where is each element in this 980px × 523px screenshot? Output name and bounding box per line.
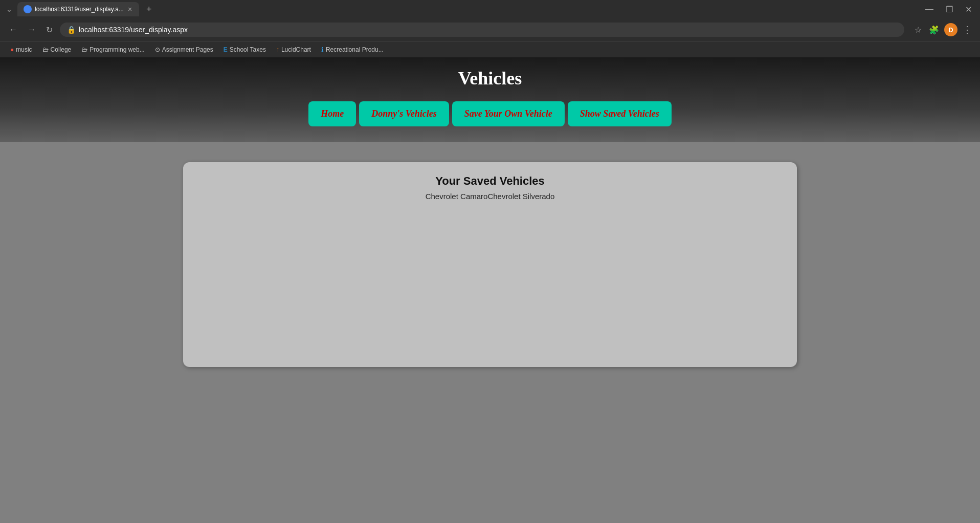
active-tab[interactable]: localhost:63319/user_display.a... × — [17, 2, 139, 16]
forward-button[interactable]: → — [25, 23, 39, 36]
donnys-vehicles-nav-button[interactable]: Donny's Vehicles — [359, 101, 449, 126]
bookmark-college[interactable]: 🗁 College — [38, 45, 76, 55]
assignment-pages-icon: ⊙ — [155, 46, 160, 53]
tab-favicon — [24, 5, 32, 13]
lock-icon: 🔒 — [67, 26, 76, 34]
music-icon: ● — [10, 46, 14, 53]
recreational-produ-icon: ℹ — [321, 46, 324, 53]
new-tab-button[interactable]: + — [143, 3, 155, 16]
lucidchart-icon: ↑ — [276, 46, 279, 53]
back-button[interactable]: ← — [6, 23, 20, 36]
bookmark-recreational-produ[interactable]: ℹ Recreational Produ... — [317, 45, 388, 55]
close-window-button[interactable]: ✕ — [961, 4, 976, 15]
programming-web-icon: 🗁 — [81, 46, 87, 53]
bookmarks-bar: ● music 🗁 College 🗁 Programming web... ⊙… — [0, 41, 980, 57]
address-text: localhost:63319/user_display.aspx — [79, 26, 897, 34]
menu-button[interactable]: ⋮ — [961, 22, 974, 37]
page-header: Vehicles Home Donny's Vehicles Save Your… — [0, 57, 980, 142]
nav-buttons: Home Donny's Vehicles Save Your Own Vehi… — [308, 101, 672, 126]
extensions-button[interactable]: 🧩 — [927, 23, 941, 37]
address-bar[interactable]: 🔒 localhost:63319/user_display.aspx — [60, 23, 904, 37]
bookmark-recreational-produ-label: Recreational Produ... — [326, 46, 384, 53]
page-content-wrapper: Vehicles Home Donny's Vehicles Save Your… — [0, 57, 980, 508]
saved-vehicles-card: Your Saved Vehicles Chevrolet CamaroChev… — [183, 162, 797, 367]
school-taxes-icon: E — [224, 46, 228, 53]
bookmark-school-taxes[interactable]: E School Taxes — [219, 45, 270, 55]
address-bar-row: ← → ↻ 🔒 localhost:63319/user_display.asp… — [0, 18, 980, 41]
restore-button[interactable]: ❐ — [942, 4, 957, 15]
show-saved-vehicles-nav-button[interactable]: Show Saved Vehicles — [568, 101, 672, 126]
bookmark-programming-web[interactable]: 🗁 Programming web... — [77, 45, 148, 55]
minimize-button[interactable]: — — [921, 4, 938, 15]
home-nav-button[interactable]: Home — [308, 101, 356, 126]
bookmark-assignment-pages-label: Assignment Pages — [162, 46, 213, 53]
saved-vehicles-title: Your Saved Vehicles — [195, 175, 785, 188]
bookmark-lucidchart[interactable]: ↑ LucidChart — [272, 45, 315, 55]
browser-titlebar: ⌄ localhost:63319/user_display.a... × + … — [0, 0, 980, 18]
body-area: Your Saved Vehicles Chevrolet CamaroChev… — [0, 142, 980, 508]
star-button[interactable]: ☆ — [912, 23, 924, 37]
bookmark-lucidchart-label: LucidChart — [281, 46, 311, 53]
college-icon: 🗁 — [42, 46, 49, 53]
tab-title: localhost:63319/user_display.a... — [35, 6, 124, 13]
bookmark-music-label: music — [16, 46, 32, 53]
toolbar-icons: ☆ 🧩 D ⋮ — [912, 22, 974, 37]
page-title: Vehicles — [458, 68, 522, 89]
bookmark-assignment-pages[interactable]: ⊙ Assignment Pages — [151, 45, 217, 55]
save-your-own-vehicle-nav-button[interactable]: Save Your Own Vehicle — [452, 101, 565, 126]
window-controls: — ❐ ✕ — [921, 4, 976, 15]
tab-prev-button[interactable]: ⌄ — [4, 3, 14, 15]
saved-vehicles-list: Chevrolet CamaroChevrolet Silverado — [195, 192, 785, 201]
browser-chrome: ⌄ localhost:63319/user_display.a... × + … — [0, 0, 980, 57]
bookmark-music[interactable]: ● music — [6, 45, 36, 55]
tab-close-button[interactable]: × — [127, 5, 133, 13]
bookmark-school-taxes-label: School Taxes — [230, 46, 266, 53]
bookmark-college-label: College — [51, 46, 72, 53]
refresh-button[interactable]: ↻ — [43, 23, 56, 37]
bookmark-programming-web-label: Programming web... — [90, 46, 144, 53]
profile-avatar[interactable]: D — [944, 23, 957, 36]
